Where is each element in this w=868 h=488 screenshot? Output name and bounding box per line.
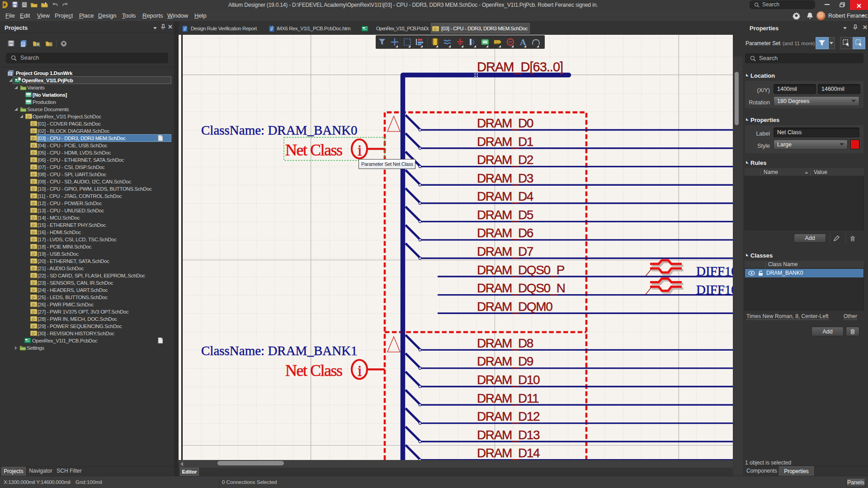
svg-text:Net Class: Net Class — [285, 361, 342, 380]
svg-text:ClassName: DRAM_BANK1: ClassName: DRAM_BANK1 — [201, 343, 358, 358]
svg-text:DIFF10: DIFF10 — [696, 282, 733, 297]
svg-text:DRAM_D6: DRAM_D6 — [477, 226, 533, 240]
svg-text:D1: D1 — [495, 41, 500, 45]
svg-text:DRAM_D2: DRAM_D2 — [477, 153, 533, 167]
svg-text:DRAM_D14: DRAM_D14 — [477, 446, 540, 460]
svg-text:DRAM_D4: DRAM_D4 — [477, 189, 533, 203]
svg-text:DRAM_D12: DRAM_D12 — [477, 409, 540, 423]
svg-text:ClassName: DRAM_BANK0: ClassName: DRAM_BANK0 — [201, 123, 358, 137]
svg-text:DRAM_D5: DRAM_D5 — [477, 208, 533, 222]
svg-text:DRAM_DQS0_N: DRAM_DQS0_N — [477, 281, 565, 295]
svg-text:DRAM_DQM0: DRAM_DQM0 — [477, 300, 552, 314]
svg-text:DRAM_D11: DRAM_D11 — [477, 391, 539, 405]
svg-text:DRAM_D13: DRAM_D13 — [477, 428, 540, 442]
svg-text:DRAM_D[63..0]: DRAM_D[63..0] — [477, 60, 563, 74]
svg-text:DRAM_DQS0_P: DRAM_DQS0_P — [477, 263, 565, 277]
svg-text:DRAM_D7: DRAM_D7 — [477, 244, 533, 258]
svg-text:DRAM_D1: DRAM_D1 — [477, 135, 533, 149]
svg-text:DRAM_D9: DRAM_D9 — [477, 354, 533, 368]
svg-text:Net Class: Net Class — [285, 141, 342, 159]
svg-text:DRAM_D3: DRAM_D3 — [477, 171, 533, 185]
svg-text:i: i — [358, 142, 362, 159]
svg-text:DRAM_D10: DRAM_D10 — [477, 373, 540, 387]
svg-text:DIFF10: DIFF10 — [696, 264, 733, 278]
svg-text:DRAM_D0: DRAM_D0 — [477, 116, 533, 130]
svg-text:i: i — [358, 362, 362, 379]
svg-text:DRAM_D8: DRAM_D8 — [477, 336, 533, 350]
